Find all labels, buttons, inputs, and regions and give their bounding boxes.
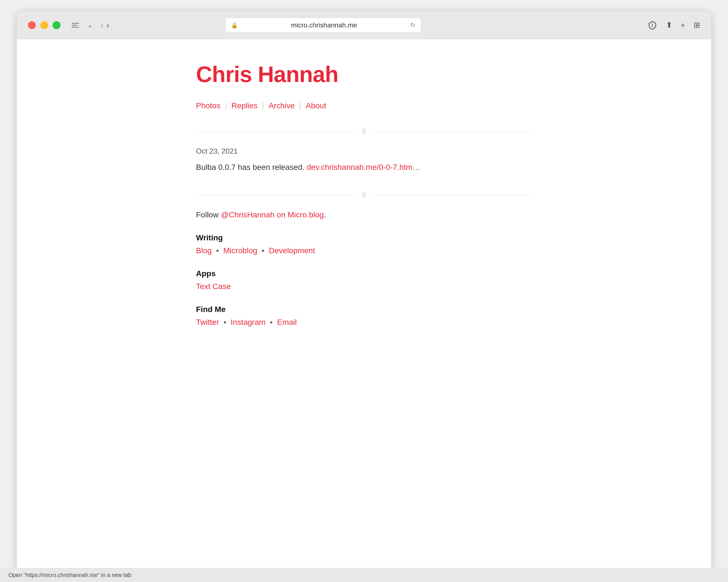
- post-text-before: Bulba 0.0.7 has been released.: [196, 163, 307, 171]
- back-arrow[interactable]: ‹: [101, 21, 104, 29]
- bullet-2: •: [260, 246, 266, 255]
- nav-separator-2: |: [262, 101, 264, 110]
- twitter-link[interactable]: Twitter: [196, 318, 219, 327]
- url-text: micro.chrishannah.me: [241, 21, 407, 29]
- writing-section: Writing Blog • Microblog • Development: [196, 233, 532, 255]
- forward-arrow[interactable]: ›: [106, 21, 109, 29]
- blog-link[interactable]: Blog: [196, 246, 212, 255]
- nav-about[interactable]: About: [306, 101, 326, 110]
- writing-section-title: Writing: [196, 233, 532, 242]
- find-me-section-title: Find Me: [196, 305, 532, 314]
- share-button[interactable]: ⬆: [666, 21, 672, 30]
- divider-line-right-2: [371, 195, 532, 195]
- text-case-link[interactable]: Text Case: [196, 282, 231, 291]
- nav-replies[interactable]: Replies: [231, 101, 257, 110]
- divider-symbol: §: [357, 127, 371, 136]
- find-me-links: Twitter • Instagram • Email: [196, 318, 532, 327]
- post-date: Oct 23, 2021: [196, 147, 532, 156]
- email-link[interactable]: Email: [277, 318, 297, 327]
- page-content: Chris Hannah Photos | Replies | Archive …: [17, 39, 711, 571]
- reload-button[interactable]: ↻: [410, 22, 415, 29]
- shield-icon[interactable]: [647, 20, 657, 30]
- bullet-3: •: [221, 318, 228, 327]
- new-tab-button[interactable]: +: [681, 21, 685, 30]
- nav-separator-1: |: [225, 101, 227, 110]
- divider-line-right: [371, 131, 532, 132]
- browser-actions: ⬆ + ⊞: [647, 20, 700, 30]
- apps-section-title: Apps: [196, 269, 532, 278]
- browser-toolbar: ⌄ ‹ › 🔒 micro.chrishannah.me ↻ ⬆ + ⊞: [17, 11, 711, 39]
- follow-link[interactable]: @ChrisHannah on Micro.blog: [221, 211, 324, 219]
- close-button[interactable]: [28, 21, 36, 29]
- section-divider-top: §: [196, 127, 532, 136]
- divider-line-left: [196, 131, 357, 132]
- svg-point-1: [652, 26, 652, 27]
- nav-archive[interactable]: Archive: [268, 101, 294, 110]
- divider-symbol-2: §: [357, 191, 371, 199]
- section-divider-bottom: §: [196, 191, 532, 199]
- apps-section: Apps Text Case: [196, 269, 532, 291]
- minimize-button[interactable]: [40, 21, 48, 29]
- sidebar-toggle-button[interactable]: [72, 21, 83, 30]
- apps-links: Text Case: [196, 282, 532, 291]
- nav-photos[interactable]: Photos: [196, 101, 220, 110]
- instagram-link[interactable]: Instagram: [231, 318, 266, 327]
- follow-text-before: Follow: [196, 211, 221, 219]
- traffic-lights: [28, 21, 60, 29]
- browser-window: ⌄ ‹ › 🔒 micro.chrishannah.me ↻ ⬆ + ⊞: [17, 11, 711, 571]
- nav-separator-3: |: [299, 101, 301, 110]
- status-text: Open "https://micro.chrishannah.me" in a…: [8, 572, 131, 578]
- post-link[interactable]: dev.chrishannah.me/0-0-7.htm…: [307, 163, 420, 171]
- bullet-1: •: [214, 246, 221, 255]
- writing-links: Blog • Microblog • Development: [196, 246, 532, 255]
- chevron-down-icon[interactable]: ⌄: [87, 22, 93, 29]
- find-me-section: Find Me Twitter • Instagram • Email: [196, 305, 532, 327]
- development-link[interactable]: Development: [269, 246, 315, 255]
- post-content: Bulba 0.0.7 has been released. dev.chris…: [196, 161, 532, 174]
- divider-line-left-2: [196, 195, 357, 195]
- lock-icon: 🔒: [231, 22, 238, 29]
- maximize-button[interactable]: [53, 21, 60, 29]
- status-bar: Open "https://micro.chrishannah.me" in a…: [0, 568, 728, 582]
- bullet-4: •: [268, 318, 275, 327]
- address-bar[interactable]: 🔒 micro.chrishannah.me ↻: [225, 18, 421, 33]
- site-title: Chris Hannah: [196, 61, 532, 87]
- follow-section: Follow @ChrisHannah on Micro.blog.: [196, 211, 532, 219]
- follow-text-after: .: [324, 211, 326, 219]
- nav-arrows: ‹ ›: [101, 21, 109, 29]
- site-nav: Photos | Replies | Archive | About: [196, 101, 532, 110]
- microblog-link[interactable]: Microblog: [223, 246, 257, 255]
- grid-view-button[interactable]: ⊞: [694, 21, 700, 30]
